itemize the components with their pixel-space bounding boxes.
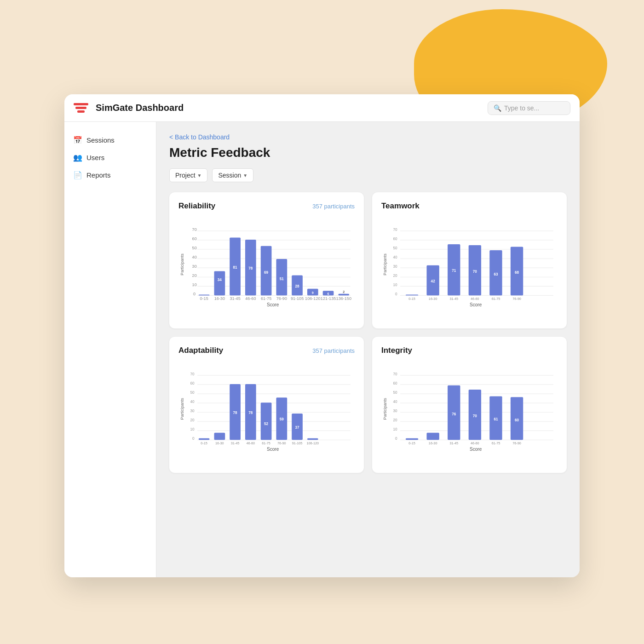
svg-text:81: 81 bbox=[233, 265, 238, 270]
svg-text:63: 63 bbox=[494, 272, 498, 276]
svg-text:69: 69 bbox=[264, 270, 269, 275]
svg-text:50: 50 bbox=[190, 391, 195, 395]
sidebar: 📅 Sessions 👥 Users 📄 Reports bbox=[64, 122, 156, 577]
svg-text:0-15: 0-15 bbox=[408, 297, 415, 301]
svg-text:30: 30 bbox=[393, 409, 398, 413]
project-filter-label: Project bbox=[175, 172, 196, 179]
svg-rect-91 bbox=[214, 433, 225, 440]
chevron-down-icon: ▼ bbox=[197, 173, 202, 178]
svg-text:121-135: 121-135 bbox=[321, 296, 336, 301]
sidebar-item-users[interactable]: 👥 Users bbox=[64, 149, 156, 166]
svg-text:50: 50 bbox=[393, 246, 398, 250]
svg-text:91-105: 91-105 bbox=[292, 441, 303, 445]
back-to-dashboard-link[interactable]: < Back to Dashboard bbox=[169, 133, 230, 141]
svg-text:60: 60 bbox=[190, 381, 195, 385]
app-title: SimGate Dashboard bbox=[96, 103, 184, 113]
svg-text:30: 30 bbox=[393, 264, 398, 269]
svg-text:40: 40 bbox=[393, 400, 398, 404]
svg-text:Score: Score bbox=[470, 302, 482, 307]
svg-text:61-75: 61-75 bbox=[261, 296, 271, 301]
svg-text:20: 20 bbox=[190, 418, 195, 422]
svg-text:10: 10 bbox=[190, 427, 195, 431]
svg-text:51: 51 bbox=[280, 277, 284, 281]
svg-rect-54 bbox=[406, 295, 418, 296]
logo-bar-2 bbox=[75, 107, 86, 109]
svg-text:61: 61 bbox=[494, 417, 498, 421]
svg-text:76-90: 76-90 bbox=[512, 441, 521, 445]
svg-text:60: 60 bbox=[393, 237, 398, 241]
teamwork-chart-card: Teamwork bbox=[372, 192, 567, 328]
integrity-chart-header: Integrity bbox=[381, 346, 558, 355]
svg-text:0-15: 0-15 bbox=[200, 296, 208, 301]
svg-text:76-90: 76-90 bbox=[512, 297, 521, 301]
reliability-participants: 357 participants bbox=[312, 203, 355, 210]
svg-text:Score: Score bbox=[267, 447, 279, 452]
logo-bar-1 bbox=[74, 103, 88, 105]
svg-text:70: 70 bbox=[473, 270, 477, 274]
reliability-chart-svg: 0 10 20 30 40 50 60 70 Participants bbox=[178, 218, 355, 319]
svg-text:16-30: 16-30 bbox=[215, 441, 224, 445]
svg-text:70: 70 bbox=[393, 372, 398, 376]
adaptability-chart-card: Adaptability 357 participants bbox=[169, 337, 364, 473]
svg-rect-128 bbox=[406, 438, 418, 440]
svg-text:50: 50 bbox=[192, 246, 197, 250]
svg-rect-130 bbox=[426, 433, 439, 440]
main-content: < Back to Dashboard Metric Feedback Proj… bbox=[156, 122, 580, 577]
svg-text:46-60: 46-60 bbox=[245, 296, 256, 301]
svg-text:76: 76 bbox=[452, 412, 456, 416]
integrity-chart-card: Integrity bbox=[372, 337, 567, 473]
svg-text:70: 70 bbox=[393, 228, 398, 232]
adaptability-chart-wrap: 0 10 20 30 40 50 60 70 Participants 0-15 bbox=[178, 362, 355, 464]
search-placeholder: Type to se... bbox=[504, 104, 539, 112]
svg-text:0: 0 bbox=[395, 292, 397, 296]
svg-text:50: 50 bbox=[393, 391, 398, 395]
reliability-bar-9 bbox=[338, 294, 349, 296]
svg-text:34: 34 bbox=[218, 278, 222, 282]
svg-text:16-30: 16-30 bbox=[214, 296, 225, 301]
reliability-chart-title: Reliability bbox=[178, 201, 215, 211]
svg-text:16-30: 16-30 bbox=[429, 297, 437, 301]
navbar-logo: SimGate Dashboard bbox=[74, 100, 184, 116]
svg-text:0-15: 0-15 bbox=[201, 441, 207, 445]
sidebar-label-reports: Reports bbox=[86, 171, 111, 179]
svg-text:2: 2 bbox=[343, 290, 345, 294]
app-window: SimGate Dashboard 🔍 Type to se... 📅 Sess… bbox=[64, 94, 580, 577]
sidebar-item-sessions[interactable]: 📅 Sessions bbox=[64, 131, 156, 149]
project-filter-button[interactable]: Project ▼ bbox=[169, 168, 207, 182]
svg-text:68: 68 bbox=[515, 270, 519, 275]
svg-text:60: 60 bbox=[393, 381, 398, 385]
users-icon: 👥 bbox=[74, 153, 82, 161]
svg-text:0-15: 0-15 bbox=[408, 441, 415, 445]
reliability-chart-card: Reliability 357 participants bbox=[169, 192, 364, 328]
svg-text:40: 40 bbox=[393, 255, 398, 259]
svg-text:Score: Score bbox=[267, 302, 279, 307]
svg-text:0: 0 bbox=[395, 437, 397, 441]
sidebar-item-reports[interactable]: 📄 Reports bbox=[64, 166, 156, 184]
svg-text:0: 0 bbox=[192, 437, 195, 441]
svg-text:6: 6 bbox=[328, 292, 329, 296]
svg-text:61-75: 61-75 bbox=[492, 297, 500, 301]
svg-text:59: 59 bbox=[280, 417, 284, 421]
chevron-down-icon-2: ▼ bbox=[243, 173, 247, 178]
calendar-icon: 📅 bbox=[74, 136, 82, 144]
app-body: 📅 Sessions 👥 Users 📄 Reports < Back to D… bbox=[64, 122, 580, 577]
integrity-chart-svg: 0 10 20 30 40 50 60 70 Participants 0-15 bbox=[381, 362, 558, 464]
svg-text:71: 71 bbox=[452, 269, 456, 273]
svg-text:78: 78 bbox=[233, 411, 238, 415]
svg-text:78: 78 bbox=[248, 266, 253, 270]
adaptability-chart-header: Adaptability 357 participants bbox=[178, 346, 355, 355]
svg-text:40: 40 bbox=[192, 255, 197, 259]
svg-text:76-90: 76-90 bbox=[277, 441, 286, 445]
svg-text:42: 42 bbox=[431, 279, 436, 283]
svg-text:30: 30 bbox=[192, 264, 197, 269]
charts-grid: Reliability 357 participants bbox=[169, 192, 567, 473]
svg-text:60: 60 bbox=[515, 418, 519, 422]
svg-text:20: 20 bbox=[393, 418, 398, 422]
svg-text:0: 0 bbox=[193, 292, 196, 296]
svg-text:20: 20 bbox=[393, 274, 398, 278]
svg-text:91-105: 91-105 bbox=[291, 296, 304, 301]
sidebar-label-users: Users bbox=[86, 154, 104, 161]
teamwork-chart-wrap: 0 10 20 30 40 50 60 70 Participants 0-15 bbox=[381, 218, 558, 319]
search-bar[interactable]: 🔍 Type to se... bbox=[488, 101, 570, 115]
session-filter-button[interactable]: Session ▼ bbox=[212, 168, 253, 182]
